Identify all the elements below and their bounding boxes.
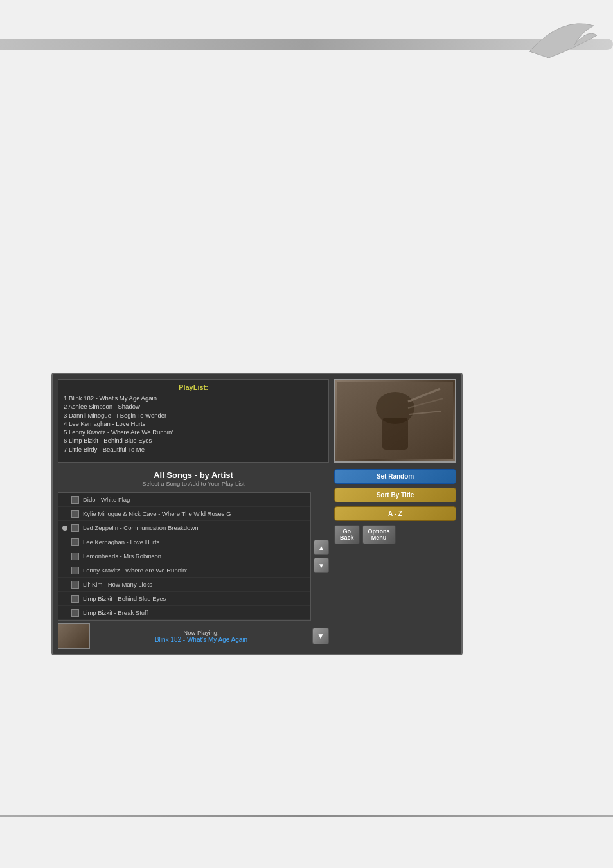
- song-label: Limp Bizkit - Behind Blue Eyes: [83, 595, 166, 602]
- song-checkbox[interactable]: [71, 595, 79, 603]
- song-checkbox[interactable]: [71, 538, 79, 546]
- bottom-separator: [0, 815, 613, 817]
- song-label: Dido - White Flag: [83, 496, 130, 503]
- bottom-scroll-down-button[interactable]: ▼: [312, 628, 329, 644]
- svg-rect-3: [382, 418, 408, 450]
- song-label: Lemonheads - Mrs Robinson: [83, 553, 161, 560]
- top-swoosh-decoration: [523, 13, 600, 64]
- main-panel: PlayList: 1 Blink 182 - What's My Age Ag…: [51, 373, 463, 655]
- song-bullet-indicator: [62, 526, 67, 531]
- song-label: Lil' Kim - How Many Licks: [83, 581, 152, 588]
- bottom-buttons: GoBack OptionsMenu: [334, 525, 456, 544]
- playlist-item[interactable]: 5 Lenny Kravitz - Where Are We Runnin': [64, 428, 323, 436]
- playlist-box: PlayList: 1 Blink 182 - What's My Age Ag…: [58, 379, 329, 463]
- song-label: Lee Kernaghan - Love Hurts: [83, 538, 159, 545]
- set-random-button[interactable]: Set Random: [334, 469, 456, 484]
- playlist-item[interactable]: 2 Ashlee Simpson - Shadow: [64, 402, 323, 411]
- all-songs-header: All Songs - by Artist Select a Song to A…: [58, 468, 329, 490]
- song-list-item[interactable]: Dido - White Flag: [58, 493, 310, 507]
- playlist-title: PlayList:: [64, 384, 323, 391]
- scroll-down-button[interactable]: ▼: [314, 558, 329, 573]
- right-buttons: Set Random Sort By Title A - Z GoBack Op…: [334, 466, 456, 544]
- song-checkbox[interactable]: [71, 553, 79, 560]
- song-list-item[interactable]: Limp Bizkit - Behind Blue Eyes: [58, 592, 310, 606]
- song-list-item[interactable]: Lee Kernaghan - Love Hurts: [58, 535, 310, 549]
- song-list-item[interactable]: Limp Bizkit - Break Stuff: [58, 606, 310, 620]
- song-list-item[interactable]: Lil' Kim - How Many Licks: [58, 578, 310, 592]
- song-list-item[interactable]: Kylie Minogue & Nick Cave - Where The Wi…: [58, 507, 310, 521]
- sort-by-title-button[interactable]: Sort By Title: [334, 488, 456, 502]
- thumbnail-image: [58, 623, 90, 649]
- song-checkbox[interactable]: [71, 567, 79, 574]
- song-checkbox[interactable]: [71, 524, 79, 532]
- scroll-up-button[interactable]: ▲: [314, 540, 329, 555]
- album-art-image: [335, 380, 455, 461]
- playlist-item[interactable]: 7 Little Birdy - Beautiful To Me: [64, 445, 323, 454]
- song-checkbox[interactable]: [71, 609, 79, 617]
- song-label: Led Zeppelin - Communication Breakdown: [83, 524, 199, 531]
- song-list-item[interactable]: Lenny Kravitz - Where Are We Runnin': [58, 563, 310, 578]
- playlist-item[interactable]: 1 Blink 182 - What's My Age Again: [64, 394, 323, 402]
- song-label: Kylie Minogue & Nick Cave - Where The Wi…: [83, 510, 231, 517]
- song-label: Lenny Kravitz - Where Are We Runnin': [83, 567, 187, 574]
- az-button[interactable]: A - Z: [334, 506, 456, 521]
- song-checkbox[interactable]: [71, 510, 79, 518]
- all-songs-subtitle: Select a Song to Add to Your Play List: [58, 480, 329, 487]
- options-menu-button[interactable]: OptionsMenu: [362, 525, 396, 544]
- playlist-item[interactable]: 4 Lee Kernaghan - Love Hurts: [64, 420, 323, 428]
- song-label: Limp Bizkit - Break Stuff: [83, 609, 148, 616]
- song-list-item[interactable]: Led Zeppelin - Communication Breakdown: [58, 521, 310, 535]
- top-decorative-bar: [0, 39, 613, 50]
- song-list-item[interactable]: Lemonheads - Mrs Robinson: [58, 549, 310, 563]
- now-playing-label: Now Playing: Blink 182 - What's My Age A…: [90, 626, 312, 646]
- album-art: [334, 379, 456, 463]
- song-checkbox[interactable]: [71, 496, 79, 504]
- playlist-item[interactable]: 6 Limp Bizkit - Behind Blue Eyes: [64, 436, 323, 445]
- go-back-button[interactable]: GoBack: [334, 525, 360, 544]
- song-checkbox[interactable]: [71, 581, 79, 589]
- now-playing-song: Blink 182 - What's My Age Again: [155, 636, 247, 643]
- all-songs-title: All Songs - by Artist: [58, 470, 329, 480]
- song-list: Dido - White FlagKylie Minogue & Nick Ca…: [58, 492, 311, 621]
- playlist-items: 1 Blink 182 - What's My Age Again2 Ashle…: [64, 394, 323, 454]
- playlist-item[interactable]: 3 Dannii Minogue - I Begin To Wonder: [64, 411, 323, 420]
- panel-bottom-area: Now Playing: Blink 182 - What's My Age A…: [58, 621, 329, 649]
